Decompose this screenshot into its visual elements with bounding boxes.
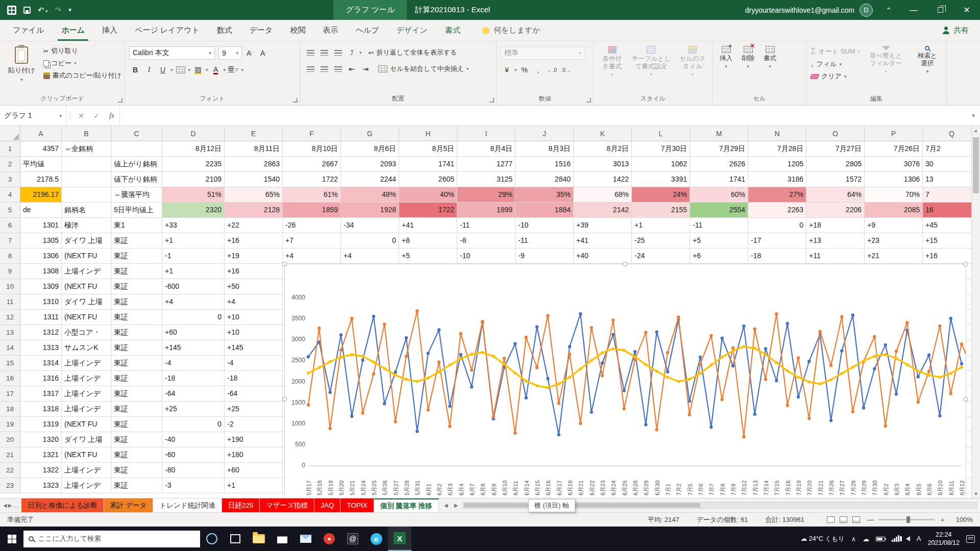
restore-button[interactable] [927,0,953,20]
cell-D21[interactable]: -60 [162,447,225,463]
vertical-scroll-thumb[interactable] [973,137,979,193]
underline-button[interactable]: U [157,64,169,76]
network-icon[interactable] [892,536,899,542]
cell-L4[interactable]: 24% [632,187,690,203]
fill-button[interactable]: ↓フィル▾ [811,60,860,69]
chart-resize-handle[interactable] [963,262,968,266]
ribbon-tab-5[interactable]: データ [241,20,282,41]
cell-D14[interactable]: +145 [162,340,225,356]
cell-A8[interactable]: 1306 [20,248,62,264]
column-header-F[interactable]: F [283,126,341,141]
align-middle-icon[interactable] [318,46,330,59]
cell-Q1[interactable]: 7月2 [923,141,971,157]
row-header-22[interactable]: 22 [0,463,20,478]
cell-M8[interactable]: +6 [690,248,748,264]
cell-H2[interactable]: 1741 [399,157,457,172]
ribbon-display-options-icon[interactable]: ⌃ [877,6,900,14]
cell-A15[interactable]: 1314 [20,356,62,371]
name-box[interactable]: グラフ 1▾ [0,106,66,126]
cell-D20[interactable]: -40 [162,432,225,447]
cell-O3[interactable]: 1572 [806,172,865,187]
cell-G7[interactable]: 0 [341,233,399,248]
cell-B5[interactable]: 銘柄名 [62,203,111,218]
cell-P8[interactable]: +21 [865,248,923,264]
cell-D15[interactable]: -4 [162,356,225,371]
orientation-button[interactable]: ⤴ [346,46,358,59]
column-header-C[interactable]: C [111,126,162,141]
cell-K6[interactable]: +39 [574,218,632,233]
onedrive-cloud-icon[interactable]: ☁ [863,535,869,543]
cell-D1[interactable]: 8月12日 [162,141,225,157]
cell-O1[interactable]: 7月27日 [806,141,865,157]
row-header-5[interactable]: 5 [0,203,20,218]
grow-font-button[interactable]: Aˆ [243,47,256,59]
ribbon-tab-3[interactable]: ページ レイアウト [126,20,208,41]
cell-C7[interactable]: 東証 [111,233,162,248]
cell-L2[interactable]: 1062 [632,157,690,172]
cell-E14[interactable]: +145 [225,340,283,356]
hscroll-right-icon[interactable]: ▶ [452,503,460,508]
row-header-4[interactable]: 4 [0,187,20,203]
undo-button[interactable]: ↶ ▾ [38,6,48,15]
cell-F7[interactable]: +7 [283,233,341,248]
excel-taskbar-button[interactable]: X [388,527,411,551]
cell-A17[interactable]: 1317 [20,386,62,402]
cell-B12[interactable]: (NEXT FU [62,310,111,325]
cell-E2[interactable]: 2863 [225,157,283,172]
row-header-11[interactable]: 11 [0,294,20,310]
decrease-decimal-button[interactable]: .0→ [560,64,572,76]
cell-C20[interactable]: 東証 [111,432,162,447]
cell-G3[interactable]: 2244 [341,172,399,187]
cell-E6[interactable]: +22 [225,218,283,233]
cell-F8[interactable]: +4 [283,248,341,264]
cell-A21[interactable]: 1321 [20,447,62,463]
cell-M5[interactable]: 2554 [690,203,748,218]
row-header-18[interactable]: 18 [0,402,20,417]
cell-E16[interactable]: -18 [225,371,283,386]
cell-L3[interactable]: 3391 [632,172,690,187]
cell-J4[interactable]: 35% [516,187,574,203]
column-header-D[interactable]: D [162,126,225,141]
cell-B6[interactable]: 極洋 [62,218,111,233]
cell-A1[interactable]: 4357 [20,141,62,157]
cell-P5[interactable]: 2085 [865,203,923,218]
cell-M2[interactable]: 2626 [690,157,748,172]
cell-D11[interactable]: +4 [162,294,225,310]
ribbon-tab-2[interactable]: 挿入 [93,20,126,41]
sheet-nav-right-icon[interactable]: ▶ [8,503,12,508]
cell-G4[interactable]: 48% [341,187,399,203]
cell-N7[interactable]: -17 [748,233,806,248]
row-header-20[interactable]: 20 [0,432,20,447]
row-header-16[interactable]: 16 [0,371,20,386]
task-view-button[interactable] [224,527,247,551]
cell-Q3[interactable]: 13 [923,172,971,187]
bold-button[interactable]: B [129,64,141,76]
ribbon-tab-6[interactable]: 校閲 [281,20,314,41]
cell-B20[interactable]: ダイワ 上場 [62,432,111,447]
customize-qat-button[interactable]: ▾ [68,7,71,13]
cell-B3[interactable] [62,172,111,187]
show-hidden-icons-icon[interactable]: ∧ [851,535,856,543]
cell-C23[interactable]: 東証 [111,478,162,493]
cell-B21[interactable]: (NEXT FU [62,447,111,463]
cell-Q4[interactable]: 7 [923,187,971,203]
cell-L7[interactable]: -25 [632,233,690,248]
cell-A10[interactable]: 1309 [20,279,62,294]
cell-G2[interactable]: 2093 [341,157,399,172]
cell-Q7[interactable]: +15 [923,233,971,248]
cell-P2[interactable]: 3076 [865,157,923,172]
cell-A2[interactable]: 平均値 [20,157,62,172]
cell-P1[interactable]: 7月26日 [865,141,923,157]
cell-I1[interactable]: 8月4日 [457,141,516,157]
cell-D3[interactable]: 2109 [162,172,225,187]
column-header-J[interactable]: J [516,126,574,141]
cell-C19[interactable]: 東証 [111,417,162,432]
cell-I4[interactable]: 29% [457,187,516,203]
cell-E11[interactable]: +4 [225,294,283,310]
cell-H1[interactable]: 8月5日 [399,141,457,157]
email-app-button[interactable]: @ [341,527,364,551]
sheet-overflow-button[interactable]: ... [13,502,18,509]
row-header-7[interactable]: 7 [0,233,20,248]
cell-J3[interactable]: 2840 [516,172,574,187]
cell-L6[interactable]: +1 [632,218,690,233]
